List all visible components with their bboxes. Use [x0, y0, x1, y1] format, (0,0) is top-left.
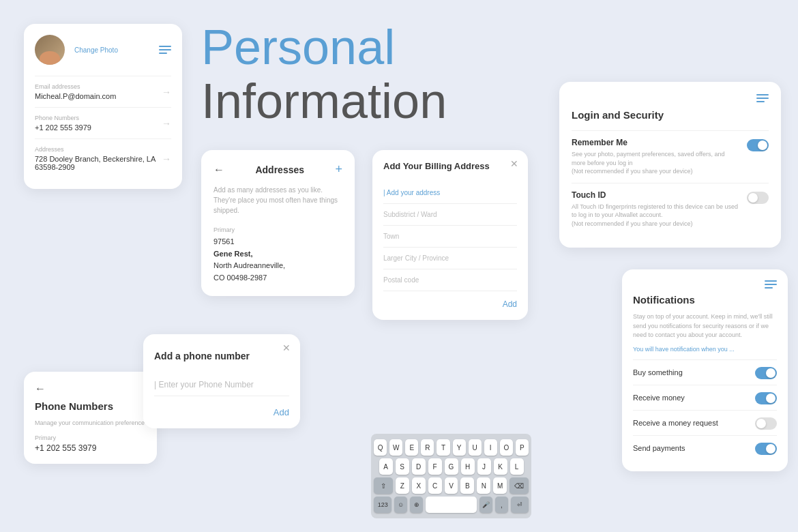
email-label: Email addresses	[35, 83, 116, 90]
add-phone-title: Add a phone number	[154, 351, 289, 361]
key-shift[interactable]: ⇧	[374, 477, 393, 494]
address-primary-label: Primary	[213, 226, 342, 233]
notif-receive-money-label: Receive money	[633, 394, 685, 402]
key-emoji[interactable]: ☺	[394, 497, 407, 513]
phone-arrow-icon: →	[162, 118, 171, 129]
key-special[interactable]: ⊕	[410, 497, 423, 513]
address-primary-value: 97561 Gene Rest, North Audreanneville, C…	[213, 236, 342, 284]
phone-value: +1 202 555 3979	[35, 123, 91, 132]
address-arrow-icon: →	[162, 153, 171, 164]
hero-line2: Information	[201, 74, 447, 128]
key-f[interactable]: F	[428, 458, 442, 475]
billing-add-button[interactable]: Add	[383, 299, 517, 309]
phone-label: Phone Numbers	[35, 115, 91, 121]
town-field[interactable]: Town	[383, 226, 517, 248]
login-security-card: Login and Security Remember Me See your …	[559, 82, 781, 248]
key-g[interactable]: G	[445, 458, 458, 475]
subdistrict-field[interactable]: Subdistrict / Ward	[383, 204, 517, 226]
key-l[interactable]: L	[510, 458, 524, 475]
key-comma[interactable]: ,	[495, 497, 508, 513]
notif-buy-label: Buy something	[633, 368, 683, 376]
notif-receive-money-row: Receive money	[633, 385, 777, 410]
key-mic[interactable]: 🎤	[479, 497, 492, 513]
postal-field[interactable]: Postal code	[383, 269, 517, 291]
notifications-title: Notifications	[633, 294, 777, 306]
key-backspace[interactable]: ⌫	[509, 477, 529, 494]
key-t[interactable]: T	[437, 439, 449, 456]
key-r[interactable]: R	[421, 439, 434, 456]
billing-close-icon[interactable]: ✕	[510, 158, 518, 169]
key-w[interactable]: W	[389, 439, 402, 456]
key-u[interactable]: U	[469, 439, 482, 456]
security-hamburger-icon[interactable]	[756, 94, 769, 102]
phone-input-field[interactable]: | Enter your Phone Number	[154, 378, 289, 396]
hero-line1: Personal	[201, 20, 395, 74]
touch-id-desc: All Touch ID fingerprints registered to …	[572, 203, 740, 220]
key-j[interactable]: J	[477, 458, 491, 475]
phone-input-placeholder: | Enter your Phone Number	[154, 380, 254, 389]
city-field[interactable]: Larger City / Province	[383, 248, 517, 269]
notifications-will-text: You will have notification when you ...	[633, 346, 777, 353]
avatar	[35, 35, 65, 65]
address-row[interactable]: Addresses 728 Dooley Branch, Beckershire…	[35, 138, 171, 178]
key-return[interactable]: ⏎	[511, 497, 529, 513]
remember-me-toggle[interactable]	[747, 139, 769, 151]
key-m[interactable]: M	[493, 477, 507, 494]
add-address-button[interactable]: +	[335, 162, 342, 177]
key-s[interactable]: S	[396, 458, 409, 475]
key-z[interactable]: Z	[396, 477, 409, 494]
toggle-knob-2	[748, 193, 758, 203]
notif-receive-money-toggle[interactable]	[755, 392, 777, 404]
touch-id-toggle[interactable]	[747, 192, 769, 204]
addresses-card: ← Addresses + Add as many addresses as y…	[201, 150, 355, 296]
key-b[interactable]: B	[460, 477, 474, 494]
key-x[interactable]: X	[412, 477, 426, 494]
email-row[interactable]: Email addresses Micheal.P@domain.com →	[35, 76, 171, 107]
address-field[interactable]: | Add your address	[383, 182, 517, 204]
notif-send-payments-label: Send payments	[633, 444, 685, 452]
key-v[interactable]: V	[445, 477, 458, 494]
email-arrow-icon: →	[162, 87, 171, 98]
key-e[interactable]: E	[405, 439, 418, 456]
notif-send-payments-toggle[interactable]	[755, 443, 777, 455]
billing-title: Add Your Billing Address	[383, 161, 517, 171]
keyboard-row-2: A S D F G H J K L	[374, 458, 529, 475]
notifications-hamburger-icon[interactable]	[765, 280, 777, 289]
phone-row[interactable]: Phone Numbers +1 202 555 3979 →	[35, 107, 171, 138]
key-q[interactable]: Q	[374, 439, 387, 456]
addresses-back-button[interactable]: ←	[213, 164, 224, 176]
hamburger-icon[interactable]	[159, 46, 171, 54]
notif-receive-request-label: Receive a money request	[633, 419, 718, 427]
key-o[interactable]: O	[500, 439, 513, 456]
key-n[interactable]: N	[477, 477, 490, 494]
email-value: Micheal.P@domain.com	[35, 92, 116, 100]
addresses-desc: Add as many addresses as you like. They'…	[213, 185, 342, 216]
add-phone-button[interactable]: Add	[154, 407, 289, 417]
hero-title: Personal Information	[201, 20, 447, 128]
key-y[interactable]: Y	[453, 439, 466, 456]
login-security-title: Login and Security	[572, 109, 769, 121]
toggle-knob	[758, 141, 767, 150]
key-d[interactable]: D	[412, 458, 426, 475]
key-p[interactable]: P	[516, 439, 529, 456]
change-photo-label[interactable]: Change Photo	[74, 46, 118, 54]
key-i[interactable]: I	[484, 439, 497, 456]
key-h[interactable]: H	[461, 458, 475, 475]
keyboard-row-3: ⇧ Z X C V B N M ⌫	[374, 477, 529, 494]
back-button[interactable]: ←	[35, 383, 146, 395]
remember-me-row: Remember Me See your photo, payment pref…	[572, 130, 769, 183]
key-a[interactable]: A	[379, 458, 393, 475]
key-k[interactable]: K	[494, 458, 507, 475]
touch-id-note: (Not recommended if you share your devic…	[572, 220, 740, 228]
notif-buy-toggle[interactable]	[755, 367, 777, 379]
key-space[interactable]	[426, 497, 477, 513]
key-c[interactable]: C	[428, 477, 442, 494]
notif-receive-request-row: Receive a money request	[633, 410, 777, 435]
key-123[interactable]: 123	[374, 497, 391, 513]
notifications-card: Notifications Stay on top of your accoun…	[622, 269, 788, 471]
touch-id-label: Touch ID	[572, 190, 740, 200]
phone-numbers-desc: Manage your communication preference	[35, 419, 146, 428]
close-icon[interactable]: ✕	[282, 342, 291, 353]
notif-receive-request-toggle[interactable]	[755, 417, 777, 430]
phone-primary-value: +1 202 555 3979	[35, 443, 146, 453]
